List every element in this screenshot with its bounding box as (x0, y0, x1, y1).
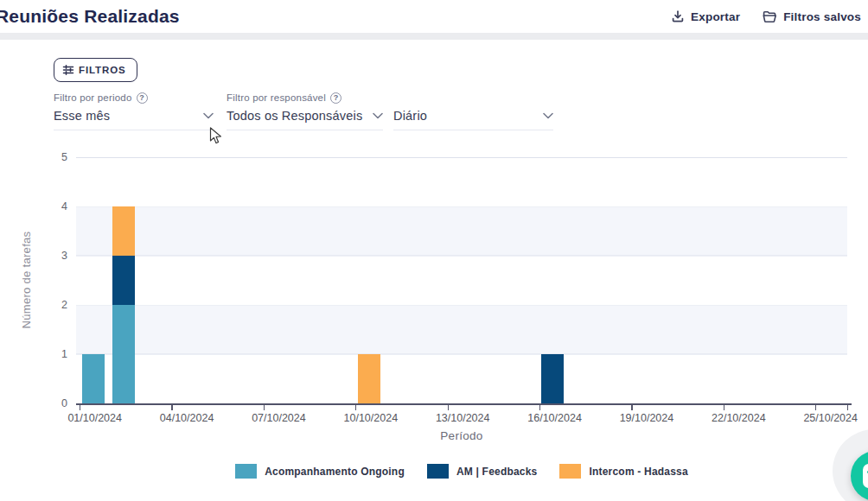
chat-icon (863, 464, 868, 488)
legend-item[interactable]: Intercom - Hadassa (559, 464, 687, 479)
bar-segment[interactable] (112, 256, 135, 305)
granularity-filter-value: Diário (393, 109, 427, 123)
bar-segment[interactable] (112, 206, 135, 256)
period-filter-value: Esse mês (54, 109, 110, 123)
legend-item[interactable]: Acompanhamento Ongoing (235, 464, 405, 479)
gridline (76, 305, 847, 306)
x-tick-label: 04/10/2024 (147, 412, 227, 424)
chart-band (76, 206, 847, 256)
filters-toggle-button[interactable]: FILTROS (54, 58, 137, 82)
y-tick-label: 5 (47, 150, 67, 164)
x-tick-label: 01/10/2024 (55, 412, 135, 424)
y-tick-label: 3 (47, 249, 67, 263)
y-axis-title: Número de tarefas (20, 193, 34, 366)
legend-label: AM | Feedbacks (456, 466, 538, 478)
export-button[interactable]: Exportar (671, 10, 740, 23)
bar-segment[interactable] (358, 354, 380, 403)
period-filter-label-row: Filtro por periodo ? (54, 92, 214, 104)
x-tick-label: 10/10/2024 (331, 412, 411, 424)
saved-filters-button[interactable]: Filtros salvos (763, 10, 861, 23)
period-filter-dropdown[interactable]: Filtro por periodo ? Esse mês (54, 92, 214, 130)
responsible-filter-label: Filtro por responsável (227, 92, 326, 103)
chevron-down-icon (543, 112, 553, 119)
mouse-cursor (209, 127, 222, 149)
x-tick-mark (847, 405, 848, 410)
download-icon (671, 10, 685, 23)
legend-label: Acompanhamento Ongoing (265, 466, 405, 478)
gridline (76, 157, 847, 158)
bar-segment[interactable] (82, 354, 105, 403)
bar-segment[interactable] (112, 305, 135, 403)
page-title: Reuniões Realizadas (0, 6, 180, 27)
responsible-filter-dropdown[interactable]: Filtro por responsável ? Todos os Respon… (227, 92, 383, 130)
header-actions: Exportar Filtros salvos (671, 10, 861, 23)
chart-legend: Acompanhamento OngoingAM | FeedbacksInte… (76, 464, 847, 479)
x-tick-mark (815, 405, 816, 410)
x-tick-label: 07/10/2024 (239, 412, 318, 424)
x-tick-mark (448, 405, 449, 410)
gridline (76, 206, 847, 207)
gridline (76, 256, 847, 257)
gridline (76, 354, 847, 355)
x-tick-label: 22/10/2024 (699, 412, 778, 424)
x-tick-mark (355, 405, 356, 410)
filters-toggle-label: FILTROS (79, 65, 126, 75)
section-divider (0, 33, 868, 40)
x-tick-label: 13/10/2024 (423, 412, 502, 424)
legend-item[interactable]: AM | Feedbacks (427, 464, 538, 479)
help-icon[interactable]: ? (137, 92, 148, 104)
legend-swatch (427, 464, 449, 479)
responsible-filter-label-row: Filtro por responsável ? (227, 92, 383, 104)
x-tick-label: 19/10/2024 (607, 412, 686, 424)
x-tick-mark (539, 405, 540, 410)
x-tick-mark (724, 405, 724, 410)
legend-swatch (235, 464, 257, 479)
y-tick-label: 0 (47, 396, 67, 410)
folder-icon (763, 10, 777, 23)
y-tick-label: 1 (47, 347, 67, 361)
export-label: Exportar (691, 10, 740, 23)
help-icon[interactable]: ? (330, 92, 341, 104)
legend-label: Intercom - Hadassa (589, 466, 687, 478)
chart-band (76, 305, 847, 354)
y-tick-label: 4 (47, 200, 67, 213)
legend-swatch (559, 464, 581, 479)
responsible-filter-value: Todos os Responsáveis (227, 109, 362, 123)
granularity-filter-dropdown[interactable]: Diário (393, 92, 553, 130)
sliders-icon (62, 64, 74, 76)
y-tick-label: 2 (47, 298, 67, 312)
x-tick-mark (171, 405, 172, 410)
chevron-down-icon (203, 112, 214, 119)
app-header: Reuniões Realizadas Exportar Filtros sa (0, 0, 868, 33)
period-filter-label: Filtro por periodo (54, 92, 132, 103)
chevron-down-icon (373, 112, 383, 119)
x-tick-mark (80, 405, 80, 410)
x-axis-title: Período (76, 429, 847, 442)
dashboard-screen: Reuniões Realizadas Exportar Filtros sa (0, 0, 868, 501)
x-tick-label: 16/10/2024 (515, 412, 595, 424)
saved-filters-label: Filtros salvos (783, 10, 861, 23)
bar-segment[interactable] (541, 354, 564, 403)
x-tick-mark (264, 405, 265, 410)
x-axis-line (76, 403, 852, 405)
x-tick-mark (631, 405, 632, 410)
x-tick-label: 25/10/2024 (791, 412, 868, 424)
